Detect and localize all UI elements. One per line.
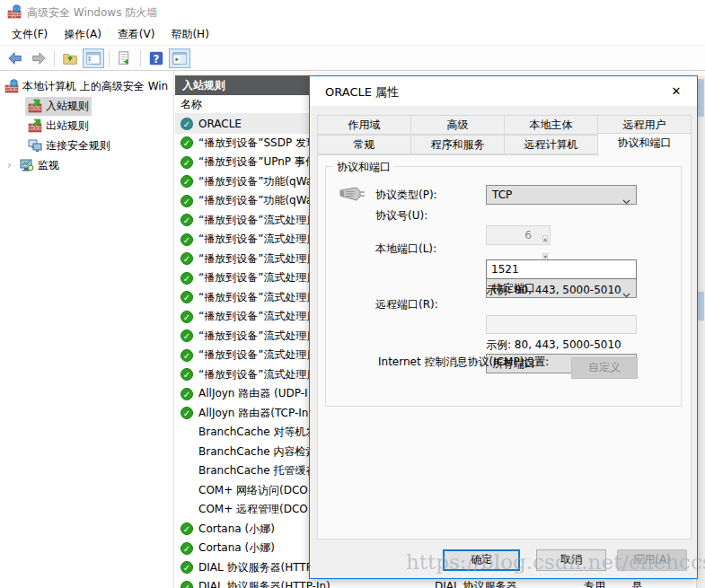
tab-strip-top: 作用域 高级 本地主体 远程用户 (317, 115, 692, 135)
cancel-button[interactable]: 取消 (536, 549, 606, 571)
rule-name: “播放到设备”流式处理服 (198, 367, 317, 382)
rule-name: Cortana (小娜) (198, 522, 275, 537)
menu-bar: 文件(F) 操作(A) 查看(V) 帮助(H) (0, 23, 705, 46)
dialog-title: ORACLE 属性 (325, 84, 399, 101)
dialog-titlebar: ORACLE 属性 ✕ (310, 76, 697, 106)
no-icon (181, 426, 193, 439)
outbound-rules-icon (28, 118, 42, 133)
close-icon[interactable]: ✕ (667, 83, 685, 101)
export-list-icon[interactable] (114, 48, 136, 68)
tab-programs-services[interactable]: 程序和服务 (410, 135, 505, 154)
rule-name: “播放到设备”流式处理服 (198, 213, 317, 228)
tree-root-label: 本地计算机 上的高级安全 Win (22, 79, 168, 94)
tab-strip-bottom: 常规 程序和服务 远程计算机 协议和端口 (317, 135, 692, 156)
toolbar-separator (54, 50, 55, 66)
inbound-rules-icon (28, 99, 42, 113)
sidebar-item-inbound-rules[interactable]: 入站规则 (0, 96, 173, 116)
remote-port-input (486, 315, 637, 334)
rule-name: “播放到设备”流式处理服 (198, 270, 317, 285)
green-check-icon (181, 156, 193, 169)
green-check-icon (181, 561, 193, 574)
menu-help[interactable]: 帮助(H) (163, 23, 216, 46)
console-tree-icon[interactable] (83, 48, 104, 68)
no-icon (181, 484, 193, 496)
green-check-icon (181, 329, 193, 342)
forward-icon[interactable] (28, 48, 49, 68)
local-port-input[interactable]: 1521 (486, 259, 637, 279)
icmp-settings-label: Internet 控制消息协议(ICMP)设置: (378, 355, 558, 369)
apply-button: 应用(A) (617, 549, 687, 571)
green-check-icon (181, 214, 193, 226)
rule-name: ORACLE (198, 118, 242, 130)
ok-button[interactable]: 确定 (443, 549, 520, 571)
tab-protocols-ports[interactable]: 协议和端口 (597, 133, 692, 156)
rule-name: “播放到设备”流式处理服 (198, 232, 317, 247)
rule-name: “播放到设备”流式处理服 (198, 347, 317, 363)
green-check-icon (181, 407, 193, 419)
scrollbar-thumb[interactable] (698, 292, 704, 320)
protocol-number-spinner: 6 ▲ ▼ (486, 225, 551, 245)
rule-name: “播放到设备”功能(qWa (198, 174, 313, 189)
help-icon[interactable]: ? (145, 48, 167, 68)
menu-file[interactable]: 文件(F) (4, 23, 56, 46)
green-check-icon (181, 388, 193, 400)
properties-dialog: ORACLE 属性 ✕ 作用域 高级 本地主体 远程用户 常规 程序和服务 远程… (309, 75, 698, 579)
protocol-type-combobox[interactable]: TCP (486, 185, 637, 205)
local-port-example: 示例: 80, 443, 5000-5010 (486, 283, 621, 298)
connection-security-icon (28, 138, 42, 153)
rule-name: DIAL 协议服务器(HTTP-In) (198, 579, 330, 588)
tab-remote-computers[interactable]: 远程计算机 (504, 135, 598, 154)
back-icon[interactable] (4, 48, 26, 68)
rule-name: “播放到设备”流式处理服 (198, 329, 317, 344)
chevron-down-icon (622, 192, 630, 210)
menu-view[interactable]: 查看(V) (110, 23, 163, 46)
svg-text:?: ? (154, 53, 160, 66)
green-check-icon (181, 349, 193, 362)
chevron-down-icon (622, 285, 630, 303)
tab-scope[interactable]: 作用域 (317, 115, 411, 135)
sidebar-item-label: 入站规则 (46, 99, 89, 114)
sidebar-item-label: 监视 (38, 158, 59, 173)
spin-up-icon: ▲ (542, 235, 548, 242)
sidebar-item-monitoring[interactable]: › 监视 (0, 155, 173, 175)
remote-port-label: 远程端口(R): (375, 297, 438, 312)
no-icon (181, 445, 193, 458)
local-port-label: 本地端口(L): (375, 241, 436, 257)
connector-plug-icon (337, 183, 367, 207)
no-icon (181, 504, 193, 516)
customize-button: 自定义 (571, 357, 638, 379)
action-pane-icon[interactable] (169, 48, 190, 68)
tab-remote-users[interactable]: 远程用户 (597, 115, 692, 135)
rule-name: “播放到设备”流式处理服 (198, 290, 317, 305)
expand-chevron-icon[interactable]: › (7, 159, 18, 171)
scrollbar-thumb[interactable] (698, 79, 704, 117)
tab-advanced[interactable]: 高级 (410, 115, 505, 135)
toolbar-separator (140, 50, 141, 66)
protocol-number-value: 6 (524, 229, 532, 241)
tab-general[interactable]: 常规 (317, 135, 411, 154)
green-check-icon (181, 368, 193, 381)
up-level-folder-icon[interactable] (59, 48, 81, 68)
tree-root-item[interactable]: 本地计算机 上的高级安全 Win (0, 76, 173, 96)
rule-name: DIAL 协议服务器(HTTP (198, 560, 313, 575)
rule-name: “播放到设备”流式处理服 (198, 251, 317, 267)
green-check-icon (181, 311, 193, 323)
firewall-app-icon (7, 4, 22, 19)
green-check-icon (181, 252, 193, 265)
green-check-icon (181, 542, 193, 555)
rule-name: COM+ 远程管理(DCO (198, 502, 308, 517)
groupbox-title: 协议和端口 (333, 160, 394, 175)
protocol-type-value: TCP (492, 189, 512, 201)
sidebar-item-connection-security[interactable]: 连接安全规则 (0, 136, 173, 155)
monitoring-icon (20, 158, 34, 172)
rule-name: BranchCache 内容检索 (198, 444, 316, 460)
green-check-icon (181, 522, 193, 535)
tab-local-principals[interactable]: 本地主体 (504, 115, 598, 135)
menu-action[interactable]: 操作(A) (56, 23, 110, 46)
teal-check-icon (181, 118, 193, 130)
protocol-number-label: 协议号(U): (375, 208, 427, 224)
sidebar-item-outbound-rules[interactable]: 出站规则 (0, 116, 173, 136)
firewall-icon (4, 79, 19, 93)
rule-name: “播放到设备”SSDP 发现 (198, 136, 317, 151)
green-check-icon (181, 581, 193, 588)
